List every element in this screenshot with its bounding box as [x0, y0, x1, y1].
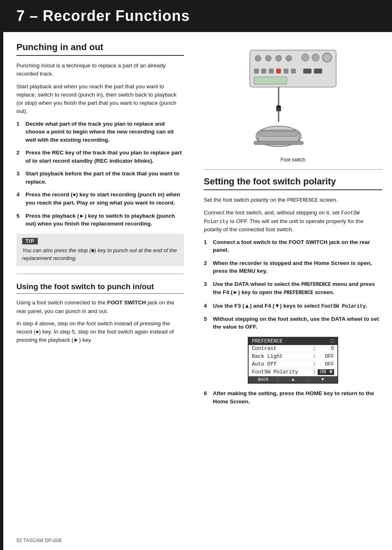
svg-point-4: [286, 55, 292, 61]
right-intro2: Connect the foot switch, and, without st…: [204, 209, 382, 234]
page-header: 7 – Recorder Functions: [0, 0, 392, 32]
left-column: Punching in and out Punching in/out is a…: [0, 32, 197, 420]
pref-row-contrast: Contrast : 5: [249, 345, 337, 353]
svg-point-2: [265, 55, 271, 61]
polarity-steps-list-2: 6 After making the setting, press the HO…: [204, 389, 382, 405]
punch-step-5: 5 Press the playback (►) key to switch t…: [16, 212, 184, 228]
sidebar-accent-bar: [0, 0, 3, 550]
right-intro1: Set the foot switch polarity on the PREF…: [204, 196, 382, 205]
svg-rect-16: [254, 77, 287, 84]
svg-rect-21: [260, 131, 297, 136]
section1-title: Punching in and out: [16, 42, 184, 56]
pref-row-autooff: Auto Off : OFF: [249, 361, 337, 368]
svg-point-6: [312, 54, 319, 61]
svg-point-1: [255, 55, 261, 61]
pref-back-btn[interactable]: BACK: [249, 376, 278, 383]
tip-box: TIP You can also press the stop (■) key …: [16, 234, 184, 267]
pref-footer: BACK ▲ ▼: [249, 376, 337, 383]
pref-up-btn[interactable]: ▲: [278, 376, 308, 383]
pref-down-btn[interactable]: ▼: [308, 376, 337, 383]
punch-step-1: 1 Decide what part of the track you plan…: [16, 120, 184, 144]
polarity-steps-list: 1 Connect a foot switch to the FOOT SWIT…: [204, 238, 382, 331]
tip-text: You can also press the stop (■) key to p…: [22, 247, 178, 262]
right-section-title: Setting the foot switch polarity: [204, 176, 382, 190]
svg-point-24: [277, 105, 280, 108]
page-footer: 52 TASCAM DP-008: [16, 538, 62, 543]
polarity-step-4: 4 Use the F3 (▲) and F4 (▼) keys to sele…: [204, 302, 382, 310]
svg-point-5: [302, 54, 309, 61]
svg-rect-22: [254, 141, 303, 145]
section2-intro1: Using a foot switch connected to the FOO…: [16, 299, 184, 315]
svg-point-3: [276, 55, 281, 61]
svg-rect-8: [254, 69, 259, 74]
punch-steps-list: 1 Decide what part of the track you plan…: [16, 120, 184, 228]
svg-rect-15: [314, 69, 322, 74]
section1-intro2: Start playback and when you reach the pa…: [16, 83, 184, 116]
svg-rect-12: [284, 69, 288, 74]
page-title: 7 – Recorder Functions: [16, 7, 190, 24]
svg-rect-9: [261, 69, 266, 74]
right-column: Foot switch Setting the foot switch pola…: [197, 32, 392, 420]
preference-screen: PREFERENCE □ Contrast : 5 Back Light : O…: [248, 337, 338, 384]
punch-step-3: 3 Start playback before the part of the …: [16, 170, 184, 186]
divider-right-1: [204, 169, 382, 170]
pref-battery-icon: □: [331, 338, 334, 344]
pref-row-backlight: Back Light : OFF: [249, 353, 337, 361]
section2-intro2: In step 4 above, step on the foot switch…: [16, 320, 184, 345]
section2-title: Using the foot switch to punch in/out: [16, 282, 184, 294]
divider-1: [16, 274, 184, 274]
polarity-step-3: 3 Use the DATA wheel to select the PREFE…: [204, 280, 382, 297]
svg-rect-10: [269, 69, 274, 74]
polarity-step-6: 6 After making the setting, press the HO…: [204, 389, 382, 405]
device-illustration: [246, 46, 340, 153]
punch-step-4: 4 Press the record (●) key to start reco…: [16, 191, 184, 207]
device-image: [204, 42, 382, 157]
pref-title-bar: PREFERENCE □: [249, 338, 337, 345]
pref-title: PREFERENCE: [252, 338, 283, 344]
svg-point-7: [323, 53, 332, 62]
polarity-step-5: 5 Without stepping on the foot switch, u…: [204, 315, 382, 331]
svg-rect-13: [291, 69, 296, 74]
polarity-step-1: 1 Connect a foot switch to the FOOT SWIT…: [204, 238, 382, 254]
punch-step-2: 2 Press the REC key of the track that yo…: [16, 149, 184, 165]
svg-rect-11: [276, 69, 281, 74]
foot-switch-caption: Foot switch: [204, 157, 382, 163]
svg-rect-14: [303, 69, 311, 74]
section1-intro1: Punching in/out is a technique to replac…: [16, 62, 184, 78]
polarity-step-2: 2 When the recorder is stopped and the H…: [204, 259, 382, 275]
pref-row-footsw: FootSW Polarity : ON ▼: [249, 368, 337, 376]
tip-label: TIP: [22, 238, 38, 244]
